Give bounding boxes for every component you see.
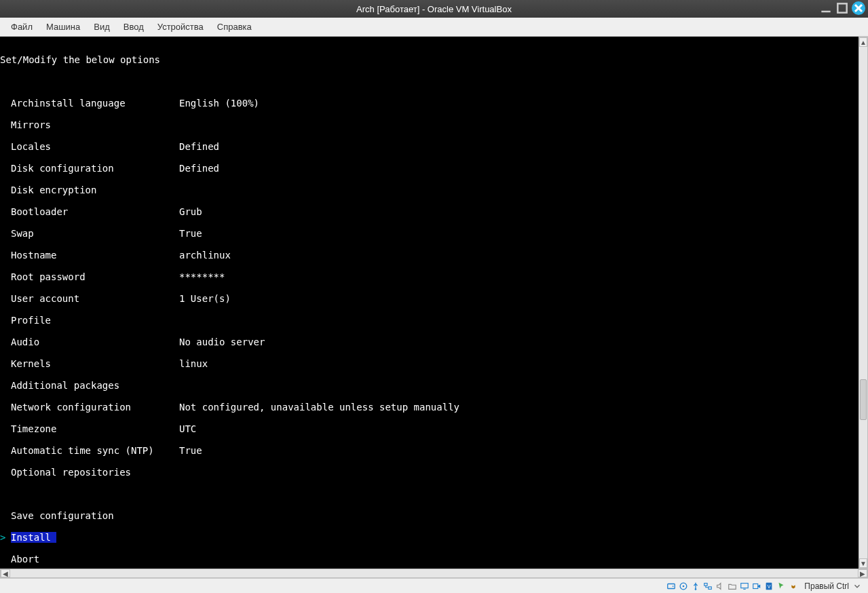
svg-rect-1 (837, 3, 846, 12)
option-value: linux (179, 358, 208, 369)
option-ntp[interactable]: Automatic time sync (NTP)True (0, 445, 858, 456)
option-hostname[interactable]: Hostnamearchlinux (0, 250, 858, 261)
keyboard-capture-icon[interactable] (788, 581, 799, 592)
option-label: Optional repositories (0, 467, 179, 478)
option-swap[interactable]: SwapTrue (0, 228, 858, 239)
audio-icon[interactable] (715, 581, 725, 592)
menu-view[interactable]: Вид (87, 19, 117, 35)
option-timezone[interactable]: TimezoneUTC (0, 423, 858, 434)
scroll-track[interactable] (859, 47, 867, 558)
option-value: Grub (179, 206, 202, 217)
action-save-configuration[interactable]: Save configuration (0, 510, 858, 521)
option-locales[interactable]: LocalesDefined (0, 141, 858, 152)
scroll-right-icon[interactable]: ▶ (858, 569, 867, 577)
scroll-down-icon[interactable]: ▼ (859, 558, 867, 568)
menu-machine[interactable]: Машина (39, 19, 87, 35)
option-network-configuration[interactable]: Network configurationNot configured, una… (0, 402, 858, 413)
option-label: Kernels (0, 358, 179, 369)
option-profile[interactable]: Profile (0, 315, 858, 326)
svg-rect-11 (741, 583, 749, 588)
svg-rect-4 (668, 584, 675, 588)
option-label: Network configuration (0, 402, 179, 413)
option-value: UTC (179, 423, 196, 434)
maximize-button[interactable] (835, 1, 849, 15)
scroll-thumb[interactable] (860, 379, 867, 420)
recording-icon[interactable] (751, 581, 762, 592)
host-key-label: Правый Ctrl (804, 581, 849, 591)
harddisk-icon[interactable] (666, 581, 677, 592)
option-additional-packages[interactable]: Additional packages (0, 380, 858, 391)
action-install-label: Install (11, 532, 56, 543)
option-disk-configuration[interactable]: Disk configurationDefined (0, 163, 858, 174)
selection-caret-icon: > (0, 532, 5, 543)
option-label: Mirrors (0, 119, 179, 130)
svg-rect-9 (704, 583, 707, 586)
mouse-integration-icon[interactable] (776, 581, 787, 592)
close-button[interactable] (852, 1, 865, 15)
menu-help[interactable]: Справка (210, 19, 259, 35)
option-label: Timezone (0, 423, 179, 434)
svg-rect-10 (709, 586, 711, 589)
guest-terminal[interactable]: Set/Modify the below options Archinstall… (0, 37, 858, 569)
menu-devices[interactable]: Устройства (151, 19, 210, 35)
status-bar: V Правый Ctrl (0, 578, 868, 593)
option-label: Profile (0, 315, 179, 326)
svg-text:V: V (768, 584, 771, 588)
option-value: English (100%) (179, 98, 259, 109)
terminal-header: Set/Modify the below options (0, 54, 858, 65)
svg-rect-12 (753, 584, 758, 588)
option-label: Swap (0, 228, 179, 239)
option-label: Automatic time sync (NTP) (0, 445, 179, 456)
option-bootloader[interactable]: BootloaderGrub (0, 206, 858, 217)
scroll-up-icon[interactable]: ▲ (859, 37, 867, 47)
action-install[interactable]: >Install (0, 532, 858, 543)
option-value: Defined (179, 163, 219, 174)
option-label: Disk configuration (0, 163, 179, 174)
option-label: Locales (0, 141, 179, 152)
option-archinstall-language[interactable]: Archinstall languageEnglish (100%) (0, 98, 858, 109)
svg-point-8 (695, 588, 697, 590)
option-disk-encryption[interactable]: Disk encryption (0, 185, 858, 195)
shared-folder-icon[interactable] (727, 581, 738, 592)
chevron-down-icon[interactable] (852, 581, 863, 592)
option-value: No audio server (179, 337, 265, 347)
vertical-scrollbar[interactable]: ▲ ▼ (858, 37, 868, 569)
option-value: 1 User(s) (179, 293, 231, 304)
horizontal-scrollbar[interactable]: ◀ ▶ (0, 569, 868, 578)
option-user-account[interactable]: User account1 User(s) (0, 293, 858, 304)
option-root-password[interactable]: Root password******** (0, 271, 858, 282)
menu-bar: Файл Машина Вид Ввод Устройства Справка (0, 18, 868, 37)
option-audio[interactable]: AudioNo audio server (0, 337, 858, 347)
menu-file[interactable]: Файл (4, 19, 39, 35)
option-label: Archinstall language (0, 98, 179, 109)
option-label: Hostname (0, 250, 179, 261)
option-value: True (179, 445, 202, 456)
option-value: Not configured, unavailable unless setup… (179, 402, 459, 413)
window-title: Arch [Работает] - Oracle VM VirtualBox (356, 4, 512, 14)
svg-point-5 (673, 586, 674, 587)
option-label: Bootloader (0, 206, 179, 217)
option-label: Additional packages (0, 380, 179, 391)
option-value: archlinux (179, 250, 231, 261)
action-abort[interactable]: Abort (0, 554, 858, 565)
option-label: User account (0, 293, 179, 304)
option-value: Defined (179, 141, 219, 152)
optical-disk-icon[interactable] (678, 581, 689, 592)
option-label: Disk encryption (0, 185, 179, 195)
scroll-left-icon[interactable]: ◀ (1, 569, 10, 577)
usb-icon[interactable] (690, 581, 701, 592)
option-optional-repositories[interactable]: Optional repositories (0, 467, 858, 478)
option-value: ******** (179, 271, 225, 282)
option-kernels[interactable]: Kernelslinux (0, 358, 858, 369)
window-titlebar: Arch [Работает] - Oracle VM VirtualBox (0, 0, 868, 18)
network-icon[interactable] (702, 581, 713, 592)
svg-point-7 (683, 585, 685, 587)
option-label: Root password (0, 271, 179, 282)
menu-input[interactable]: Ввод (117, 19, 151, 35)
minimize-button[interactable] (819, 1, 833, 15)
option-value: True (179, 228, 202, 239)
option-mirrors[interactable]: Mirrors (0, 119, 858, 130)
guest-additions-icon[interactable]: V (763, 581, 774, 592)
option-label: Audio (0, 337, 179, 347)
display-icon[interactable] (739, 581, 750, 592)
